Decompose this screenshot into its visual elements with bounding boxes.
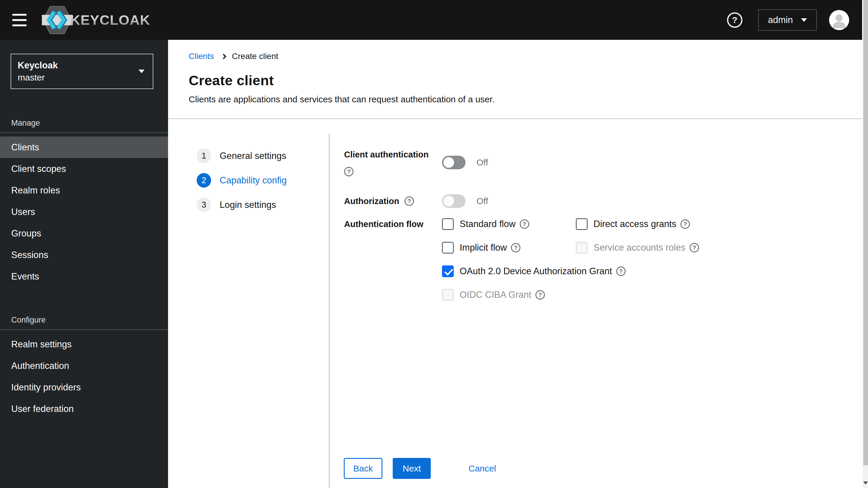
- oauth-device-grant-checkbox[interactable]: [442, 265, 454, 277]
- keycloak-admin-console: KEYCLOAK ? admin Keycloak mas: [0, 0, 868, 488]
- step-label: Capability config: [220, 175, 286, 186]
- scroll-down-arrow-icon[interactable]: [863, 482, 868, 485]
- authorization-label: Authorization: [344, 195, 399, 207]
- sidebar-item-users[interactable]: Users: [0, 201, 168, 223]
- help-icon[interactable]: ?: [511, 243, 520, 252]
- next-button[interactable]: Next: [393, 458, 431, 479]
- sidebar-item-clients[interactable]: Clients: [0, 136, 168, 158]
- cancel-button[interactable]: Cancel: [468, 463, 496, 474]
- avatar[interactable]: [829, 10, 849, 30]
- help-icon[interactable]: ?: [727, 12, 742, 28]
- option-oauth-device-grant: OAuth 2.0 Device Authorization Grant ?: [442, 265, 737, 277]
- help-icon[interactable]: ?: [520, 219, 529, 229]
- capability-config-form: Client authentication ? Off Authorizatio…: [330, 119, 862, 488]
- implicit-flow-checkbox[interactable]: [442, 242, 454, 253]
- user-avatar-icon: [829, 10, 849, 30]
- help-icon[interactable]: ?: [535, 290, 545, 300]
- back-button[interactable]: Back: [344, 458, 382, 479]
- client-authentication-label: Client authentication: [344, 149, 429, 160]
- authentication-flow-field: Authentication flow Standard flow ? Dire…: [344, 218, 862, 301]
- sidebar-item-sessions[interactable]: Sessions: [0, 244, 168, 266]
- page-title: Create client: [189, 72, 862, 88]
- service-accounts-roles-checkbox: [576, 242, 588, 253]
- sidebar-nav: Manage Clients Client scopes Realm roles…: [0, 119, 168, 420]
- breadcrumb-current: Create client: [232, 52, 278, 61]
- authorization-state: Off: [476, 196, 488, 206]
- main-content: Clients Create client Create client Clie…: [168, 40, 862, 488]
- step-number: 1: [197, 149, 211, 163]
- scrollbar-thumb[interactable]: [863, 0, 868, 465]
- sidebar-item-groups[interactable]: Groups: [0, 223, 168, 244]
- authentication-flow-label: Authentication flow: [344, 219, 423, 229]
- oidc-ciba-grant-checkbox: [442, 289, 454, 301]
- sidebar-item-authentication[interactable]: Authentication: [0, 355, 168, 376]
- page-header: Clients Create client Create client Clie…: [168, 40, 862, 119]
- wizard-steps: 1 General settings 2 Capability config 3…: [168, 119, 329, 488]
- option-oidc-ciba-grant: OIDC CIBA Grant ?: [442, 289, 737, 301]
- realm-switcher-realm: master: [18, 72, 138, 84]
- option-direct-access-grants: Direct access grants ?: [576, 218, 710, 230]
- create-client-wizard: 1 General settings 2 Capability config 3…: [168, 119, 862, 488]
- breadcrumb: Clients Create client: [189, 52, 862, 61]
- sidebar-item-realm-roles[interactable]: Realm roles: [0, 180, 168, 201]
- keycloak-logo: KEYCLOAK: [42, 5, 150, 35]
- authentication-flow-options: Standard flow ? Direct access grants ? I…: [442, 218, 737, 301]
- direct-access-grants-checkbox[interactable]: [576, 218, 588, 230]
- keycloak-wordmark: KEYCLOAK: [70, 12, 150, 28]
- step-label: General settings: [220, 151, 286, 161]
- standard-flow-checkbox[interactable]: [442, 218, 454, 230]
- realm-switcher-title: Keycloak: [18, 59, 138, 72]
- help-icon[interactable]: ?: [344, 167, 353, 176]
- sidebar-item-realm-settings[interactable]: Realm settings: [0, 334, 168, 355]
- authorization-field: Authorization ? Off: [344, 194, 862, 208]
- page-subtitle: Clients are applications and services th…: [189, 94, 862, 104]
- chevron-down-icon: [801, 18, 807, 22]
- sidebar-item-client-scopes[interactable]: Client scopes: [0, 158, 168, 180]
- sidebar-item-identity-providers[interactable]: Identity providers: [0, 376, 168, 398]
- wizard-step-capability-config[interactable]: 2 Capability config: [197, 173, 329, 187]
- client-authentication-field: Client authentication ? Off: [344, 149, 862, 176]
- masthead-actions: ? admin: [727, 9, 849, 31]
- hamburger-icon: [12, 14, 27, 16]
- user-menu-label: admin: [768, 15, 793, 25]
- breadcrumb-chevron-icon: [221, 54, 226, 59]
- option-standard-flow: Standard flow ?: [442, 218, 576, 230]
- wizard-step-login-settings[interactable]: 3 Login settings: [197, 197, 329, 212]
- keycloak-hexagon-icon: [42, 5, 72, 35]
- realm-switcher[interactable]: Keycloak master: [11, 54, 153, 89]
- scrollbar[interactable]: [862, 0, 868, 488]
- user-menu-dropdown[interactable]: admin: [758, 9, 817, 31]
- help-icon[interactable]: ?: [404, 196, 414, 206]
- step-number: 2: [197, 173, 211, 187]
- sidebar-item-events[interactable]: Events: [0, 266, 168, 287]
- breadcrumb-clients-link[interactable]: Clients: [189, 52, 214, 61]
- wizard-footer: Back Next Cancel: [344, 458, 496, 479]
- help-icon[interactable]: ?: [690, 243, 699, 252]
- client-authentication-toggle[interactable]: [442, 156, 466, 169]
- sidebar-item-user-federation[interactable]: User federation: [0, 398, 168, 420]
- nav-toggle-button[interactable]: [12, 14, 27, 26]
- option-service-accounts-roles: Service accounts roles ?: [576, 242, 710, 253]
- chevron-down-icon: [138, 69, 145, 73]
- option-implicit-flow: Implicit flow ?: [442, 242, 576, 253]
- nav-section-manage: Manage: [0, 119, 168, 132]
- wizard-step-general-settings[interactable]: 1 General settings: [197, 149, 329, 163]
- authorization-toggle: [442, 194, 466, 208]
- help-icon[interactable]: ?: [616, 267, 626, 276]
- client-authentication-state: Off: [476, 157, 488, 167]
- step-number: 3: [197, 197, 211, 212]
- nav-section-configure: Configure: [0, 315, 168, 329]
- step-label: Login settings: [220, 200, 276, 210]
- masthead: KEYCLOAK ? admin: [0, 0, 862, 40]
- help-icon[interactable]: ?: [681, 219, 690, 229]
- sidebar: Keycloak master Manage Clients Client sc…: [0, 40, 168, 488]
